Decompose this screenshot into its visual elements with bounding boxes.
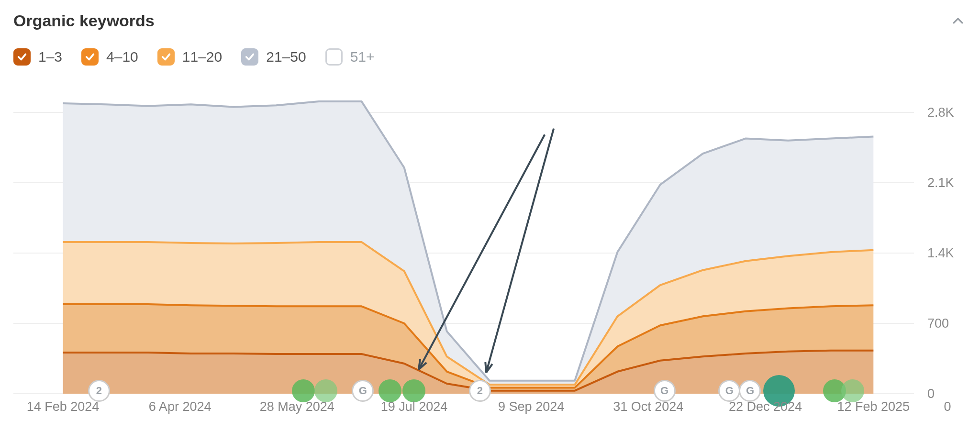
collapse-toggle[interactable] <box>949 12 967 30</box>
x-tick: 6 Apr 2024 <box>149 399 212 414</box>
check-icon <box>17 52 27 62</box>
chevron-up-icon <box>951 14 965 28</box>
x-tick: 31 Oct 2024 <box>613 399 683 414</box>
legend-label-1: 4–10 <box>106 49 138 65</box>
y-tick: 700 <box>927 316 949 331</box>
panel-header: Organic keywords <box>13 11 967 30</box>
svg-line-9 <box>485 362 486 373</box>
legend-checkbox-4[interactable] <box>325 48 343 66</box>
x-tick: 28 May 2024 <box>260 399 334 414</box>
google-update-marker[interactable]: G <box>352 380 374 402</box>
legend: 1–34–1011–2021–5051+ <box>13 48 967 66</box>
legend-checkbox-1[interactable] <box>81 48 99 66</box>
legend-checkbox-3[interactable] <box>241 48 258 66</box>
x-tick: 14 Feb 2024 <box>27 399 100 414</box>
google-update-marker[interactable]: G <box>718 380 740 402</box>
legend-item-1[interactable]: 4–10 <box>81 48 138 66</box>
event-marker-number[interactable]: 2 <box>469 380 491 402</box>
x-tick: 22 Dec 2024 <box>729 399 802 414</box>
chart-svg <box>13 92 967 394</box>
event-marker-dot[interactable] <box>379 379 401 402</box>
legend-item-4[interactable]: 51+ <box>325 48 375 66</box>
organic-keywords-panel: Organic keywords 1–34–1011–2021–5051+ 07… <box>0 0 980 442</box>
svg-line-5 <box>419 134 545 369</box>
legend-checkbox-2[interactable] <box>157 48 175 66</box>
event-marker-dot[interactable] <box>402 379 425 402</box>
check-icon <box>161 52 171 62</box>
chart-area: 07001.4K2.1K2.8K 2G2GGG 14 Feb 20246 Apr… <box>13 92 967 394</box>
panel-title: Organic keywords <box>13 11 155 30</box>
legend-label-4: 51+ <box>350 49 375 65</box>
svg-line-8 <box>486 129 554 373</box>
event-marker-number[interactable]: 2 <box>88 380 110 402</box>
event-marker-dot[interactable] <box>314 379 337 402</box>
legend-checkbox-0[interactable] <box>13 48 31 66</box>
legend-label-2: 11–20 <box>182 49 222 65</box>
y-tick: 2.1K <box>927 176 954 190</box>
y-tick: 0 <box>927 387 935 401</box>
google-update-marker[interactable]: G <box>654 380 676 402</box>
y-tick: 2.8K <box>927 105 954 120</box>
y-tick: 1.4K <box>927 246 954 261</box>
legend-item-3[interactable]: 21–50 <box>241 48 306 66</box>
event-marker-dot[interactable] <box>841 379 864 402</box>
legend-item-2[interactable]: 11–20 <box>157 48 222 66</box>
legend-label-3: 21–50 <box>266 49 306 65</box>
x-tick: 9 Sep 2024 <box>498 399 564 414</box>
y-zero-label: 0 <box>944 399 951 414</box>
event-marker-dot[interactable] <box>292 379 315 402</box>
check-icon <box>245 52 255 62</box>
legend-label-0: 1–3 <box>38 49 62 65</box>
x-tick: 12 Feb 2025 <box>837 399 910 414</box>
legend-item-0[interactable]: 1–3 <box>13 48 62 66</box>
google-update-marker[interactable]: G <box>739 380 761 402</box>
x-tick: 19 Jul 2024 <box>381 399 448 414</box>
check-icon <box>85 52 95 62</box>
